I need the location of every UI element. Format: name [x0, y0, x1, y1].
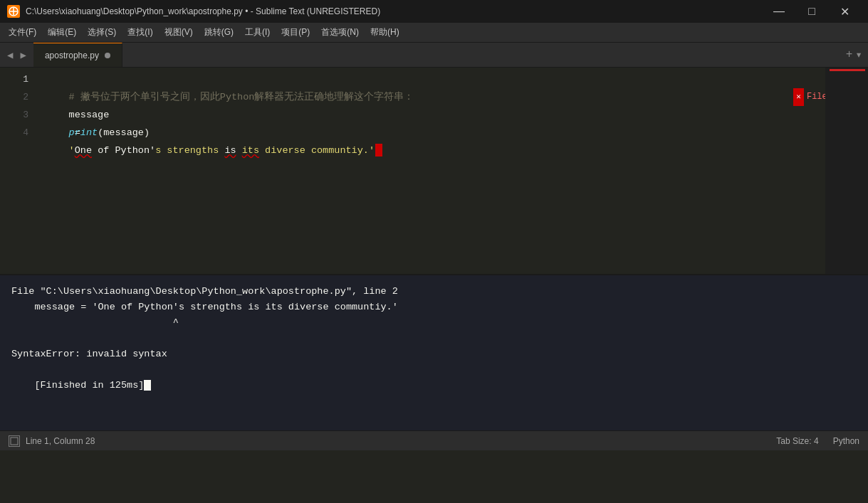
- statusbar: Line 1, Column 28 Tab Size: 4 Python: [0, 430, 868, 450]
- code-line-1: # 撇号位于两个单引号之间，因此Python解释器无法正确地理解这个字符串：: [34, 70, 858, 88]
- apostrophe-char: ': [150, 145, 155, 156]
- code-line-2: message = 'One of Python's strengths is …: [34, 88, 858, 106]
- svg-rect-3: [11, 438, 18, 445]
- string-close: ': [369, 145, 375, 156]
- output-line-1: File "C:\Users\xiaohuang\Desktop\Python_…: [11, 284, 857, 300]
- menu-view[interactable]: 视图(V): [159, 23, 199, 41]
- error-cursor: [375, 144, 382, 157]
- language-mode[interactable]: Python: [833, 436, 859, 446]
- line-gutter: 1 2 3 4: [0, 68, 34, 274]
- menu-select[interactable]: 选择(S): [82, 23, 122, 41]
- error-x-icon: ✕: [793, 88, 804, 106]
- maximize-button[interactable]: □: [795, 0, 828, 23]
- menubar: 文件(F) 编辑(E) 选择(S) 查找(I) 视图(V) 跳转(G) 工具(I…: [0, 23, 868, 43]
- status-icon: [9, 435, 20, 447]
- word-its: its: [242, 145, 259, 156]
- output-line-3: ^: [11, 315, 857, 331]
- code-line-4: [34, 124, 858, 142]
- output-line-6: [Finished in 125ms]: [11, 362, 857, 409]
- line-number-1: 1: [0, 70, 28, 88]
- line-number-4: 4: [0, 124, 28, 142]
- of-python: of Python: [92, 145, 150, 156]
- menu-file[interactable]: 文件(F): [3, 23, 42, 41]
- tab-nav: ◀ ▶: [0, 43, 33, 67]
- tabbar-spacer: [122, 43, 840, 67]
- minimap-error-line: [830, 69, 865, 71]
- line-number-3: 3: [0, 106, 28, 124]
- status-left: Line 1, Column 28: [9, 435, 95, 447]
- tab-filename: apostrophe.py: [45, 51, 99, 60]
- window-controls: — □ ✕: [763, 0, 861, 23]
- tab-list-button[interactable]: ▾: [855, 48, 862, 62]
- string-rest: s strengths: [155, 145, 224, 156]
- tab-size[interactable]: Tab Size: 4: [776, 436, 818, 446]
- tabbar-right-controls: + ▾: [840, 43, 868, 67]
- titlebar: C:\Users\xiaohuang\Desktop\Python_work\a…: [0, 0, 868, 23]
- tab-prev-button[interactable]: ◀: [4, 48, 16, 63]
- output-line-2: message = 'One of Python's strengths is …: [11, 300, 857, 315]
- menu-goto[interactable]: 跳转(G): [199, 23, 239, 41]
- line-number-2: 2: [0, 88, 28, 106]
- status-position: Line 1, Column 28: [26, 436, 95, 446]
- tab-modified-dot: [105, 53, 110, 58]
- new-tab-button[interactable]: +: [846, 48, 853, 61]
- string-open: ': [69, 145, 75, 156]
- window-title: C:\Users\xiaohuang\Desktop\Python_work\a…: [26, 6, 763, 16]
- tab-apostrophe[interactable]: apostrophe.py: [33, 43, 122, 67]
- output-line-4: [11, 331, 857, 346]
- minimize-button[interactable]: —: [763, 0, 795, 23]
- status-right: Tab Size: 4 Python: [776, 436, 859, 446]
- word-one: One: [75, 145, 92, 156]
- close-button[interactable]: ✕: [828, 0, 861, 23]
- output-panel: File "C:\Users\xiaohuang\Desktop\Python_…: [0, 274, 868, 430]
- app-icon: [7, 5, 20, 18]
- tabbar: ◀ ▶ apostrophe.py + ▾: [0, 43, 868, 68]
- menu-help[interactable]: 帮助(H): [365, 23, 405, 41]
- word-is: is: [224, 145, 236, 156]
- vertical-scrollbar[interactable]: [858, 68, 868, 274]
- output-line-5: SyntaxError: invalid syntax: [11, 346, 857, 362]
- tab-next-button[interactable]: ▶: [17, 48, 28, 63]
- code-editor[interactable]: # 撇号位于两个单引号之间，因此Python解释器无法正确地理解这个字符串： m…: [34, 68, 858, 274]
- menu-find[interactable]: 查找(I): [122, 23, 158, 41]
- string-its: its diverse communtiy.: [236, 145, 369, 156]
- menu-project[interactable]: 项目(P): [276, 23, 315, 41]
- editor-area: 1 2 3 4 # 撇号位于两个单引号之间，因此Python解释器无法正确地理解…: [0, 68, 868, 274]
- terminal-cursor: [144, 380, 151, 391]
- code-line-3: print(message): [34, 106, 858, 124]
- menu-preferences[interactable]: 首选项(N): [315, 23, 365, 41]
- menu-tools[interactable]: 工具(I): [239, 23, 276, 41]
- menu-edit[interactable]: 编辑(E): [42, 23, 82, 41]
- finished-text: [Finished in 125ms]: [34, 380, 144, 391]
- minimap: [825, 68, 868, 274]
